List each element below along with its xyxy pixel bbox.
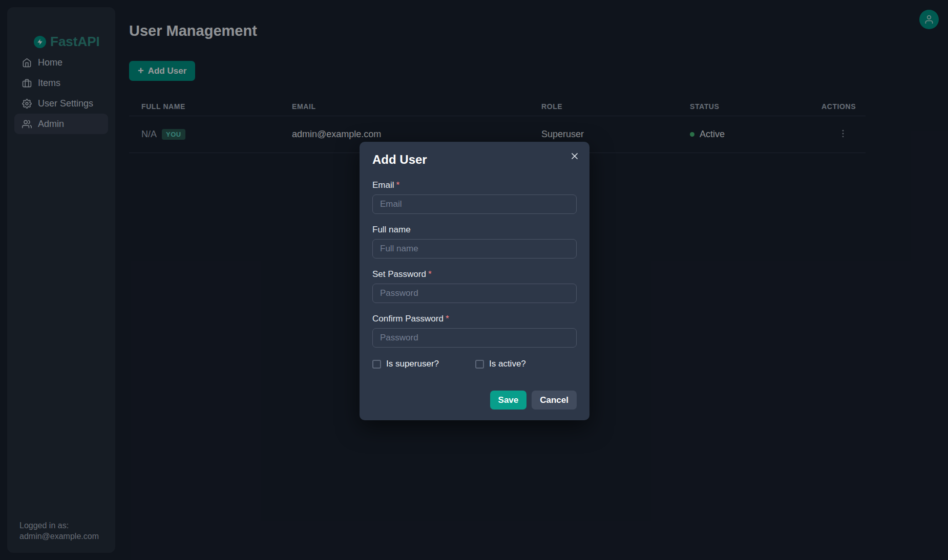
close-icon: [570, 151, 580, 161]
email-label: Email*: [372, 180, 577, 190]
required-asterisk: *: [396, 180, 400, 190]
full-name-field-group: Full name: [372, 224, 577, 259]
full-name-field[interactable]: [372, 239, 577, 259]
cancel-button[interactable]: Cancel: [532, 391, 577, 410]
modal-body: Email* Full name Set Password* Confirm P…: [372, 180, 577, 410]
confirm-password-field-group: Confirm Password*: [372, 313, 577, 348]
set-password-label: Set Password*: [372, 269, 577, 279]
confirm-password-label: Confirm Password*: [372, 313, 577, 324]
is-superuser-checkbox-group[interactable]: Is superuser?: [372, 359, 475, 369]
is-active-checkbox-group[interactable]: Is active?: [475, 359, 526, 369]
is-superuser-checkbox[interactable]: [372, 360, 381, 369]
confirm-password-field[interactable]: [372, 328, 577, 348]
full-name-label: Full name: [372, 224, 577, 235]
save-button[interactable]: Save: [490, 391, 527, 410]
modal-footer: Save Cancel: [372, 391, 577, 410]
set-password-field-group: Set Password*: [372, 269, 577, 303]
email-field[interactable]: [372, 195, 577, 214]
is-superuser-label: Is superuser?: [386, 359, 439, 369]
add-user-modal: Add User Email* Full name Set Password* …: [360, 142, 589, 420]
required-asterisk: *: [428, 269, 432, 279]
required-asterisk: *: [446, 314, 449, 324]
modal-title: Add User: [372, 152, 577, 167]
email-field-group: Email*: [372, 180, 577, 214]
is-active-checkbox[interactable]: [475, 360, 484, 369]
modal-close-button[interactable]: [568, 150, 581, 163]
set-password-field[interactable]: [372, 284, 577, 303]
is-active-label: Is active?: [489, 359, 526, 369]
checkbox-row: Is superuser? Is active?: [372, 359, 577, 369]
